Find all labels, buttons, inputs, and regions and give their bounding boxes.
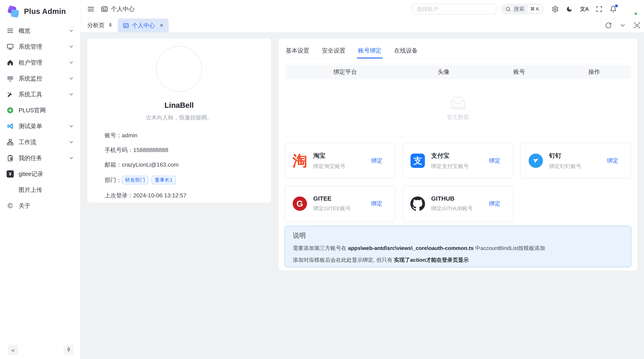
note-text: 添加对应模板后会在此处显示绑定, 但只有 <box>293 257 394 263</box>
profile-row-phone: 手机号码： 15888888888 <box>105 146 271 154</box>
sidebar-item-overview[interactable]: 概览 <box>3 23 78 38</box>
bind-link[interactable]: 绑定 <box>489 200 500 208</box>
maximize-view-icon[interactable] <box>630 18 644 32</box>
content-area: LinaBell 古木向人秋，惊蓬掠鬓稠。 账号： admin 手机号码： 15… <box>80 32 644 359</box>
bind-link[interactable]: 绑定 <box>489 157 500 165</box>
department-tag: 研发部门 <box>122 176 148 184</box>
monitor-icon <box>6 43 14 50</box>
global-search-button[interactable]: 搜索 ⌘ K <box>501 4 544 14</box>
profile-details: 账号： admin 手机号码： 15888888888 邮箱： crazyLio… <box>87 132 271 199</box>
sidebar-item-gitee-record[interactable]: ¥ gitee记录 <box>3 166 78 181</box>
sidebar-item-label: 系统监控 <box>18 74 42 83</box>
refresh-icon[interactable] <box>601 18 616 32</box>
pin-sidebar-button[interactable] <box>64 345 74 355</box>
tab-account-binding[interactable]: 账号绑定 <box>357 43 383 58</box>
binding-cards: 淘 淘宝 绑定淘宝账号 绑定 支 支付宝 绑定支付宝账号 绑定 <box>284 143 631 222</box>
dark-mode-moon-icon[interactable] <box>566 6 573 12</box>
search-label: 搜索 <box>514 5 524 13</box>
tools-icon <box>6 91 14 98</box>
app-title: Plus Admin <box>24 7 66 16</box>
notifications-bell-icon[interactable] <box>610 5 617 13</box>
clipboard-icon <box>6 154 14 162</box>
chevron-down-icon <box>68 44 74 49</box>
tab-security-settings[interactable]: 安全设置 <box>321 43 346 58</box>
logo-row[interactable]: Plus Admin <box>0 0 80 18</box>
breadcrumb-label: 个人中心 <box>111 5 134 13</box>
column-header-platform: 绑定平台 <box>284 68 406 76</box>
header: 个人中心 搜索 ⌘ K 文A <box>80 0 644 18</box>
profile-card: LinaBell 古木向人秋，惊蓬掠鬓稠。 账号： admin 手机号码： 15… <box>87 38 271 203</box>
settings-gear-icon[interactable] <box>552 5 559 13</box>
plus-circle-icon <box>6 107 14 114</box>
tab-bar: 分析页 个人中心 ✕ <box>80 18 644 32</box>
sidebar-item-label: gitee记录 <box>18 170 43 178</box>
tab-analysis-page[interactable]: 分析页 <box>80 18 118 32</box>
chevron-down-icon <box>68 124 74 129</box>
column-header-avatar: 头像 <box>406 68 482 76</box>
search-shortcut-badge: ⌘ K <box>527 5 542 13</box>
chevron-down-icon <box>68 76 74 81</box>
chevron-down-icon <box>68 92 74 97</box>
sidebar-item-plus-website[interactable]: PLUS官网 <box>3 103 78 118</box>
sidebar-item-test-menu[interactable]: 测试菜单 <box>3 119 78 134</box>
platform-desc: 绑定钉钉账号 <box>549 163 601 170</box>
note-path: apps\web-antd\src\views\_core\oauth-comm… <box>348 245 474 251</box>
sidebar-item-about[interactable]: © 关于 <box>3 198 78 213</box>
close-tab-icon[interactable]: ✕ <box>160 23 164 28</box>
tab-label: 分析页 <box>87 21 104 29</box>
chevron-down-icon[interactable] <box>616 18 630 32</box>
platform-name: GITHUB <box>431 195 483 202</box>
app-logo-icon <box>7 6 19 17</box>
sidebar-item-my-tasks[interactable]: 我的任务 <box>3 151 78 166</box>
empty-text: 暂无数据 <box>447 113 469 121</box>
tab-basic-settings[interactable]: 基本设置 <box>284 43 310 58</box>
language-translate-icon[interactable]: 文A <box>580 5 588 13</box>
profile-row-account: 账号： admin <box>105 132 271 139</box>
sidebar-item-label: 测试菜单 <box>18 122 42 130</box>
sidebar-item-workflow[interactable]: 工作流 <box>3 135 78 150</box>
platform-name: 支付宝 <box>431 152 483 160</box>
platform-desc: 绑定GITHUB账号 <box>431 205 483 212</box>
bind-link[interactable]: 绑定 <box>371 157 382 165</box>
sidebar-item-label: 图片上传 <box>18 186 42 194</box>
online-status-dot <box>634 12 638 15</box>
tab-profile-center[interactable]: 个人中心 ✕ <box>118 18 169 32</box>
note-emphasis: 实现了action才能在登录页显示 <box>394 257 469 263</box>
field-value: 2024-10-06 13:12:57 <box>133 192 186 199</box>
user-avatar[interactable] <box>624 2 638 16</box>
sidebar-menu: 概览 系统管理 租户管理 系统监控 <box>0 18 80 213</box>
sidebar-item-tenant-management[interactable]: 租户管理 <box>3 55 78 70</box>
sidebar-item-system-monitor[interactable]: 系统监控 <box>3 71 78 86</box>
department-tag: 董事长1 <box>152 176 176 184</box>
tab-label: 个人中心 <box>132 22 155 29</box>
profile-avatar <box>157 47 202 91</box>
sidebar-item-label: 工作流 <box>18 138 36 146</box>
notification-badge <box>615 4 618 7</box>
collapse-sidebar-button[interactable]: « <box>8 345 18 355</box>
platform-name: 淘宝 <box>313 152 365 160</box>
pin-icon[interactable] <box>108 23 113 28</box>
github-icon <box>410 196 426 211</box>
fullscreen-icon[interactable] <box>596 6 602 12</box>
chevron-down-icon <box>68 155 74 161</box>
profile-row-email: 邮箱： crazyLionLi@163.com <box>105 161 271 168</box>
hamburger-menu-icon[interactable] <box>87 5 95 13</box>
bind-link[interactable]: 绑定 <box>371 200 382 208</box>
binding-card-alipay: 支 支付宝 绑定支付宝账号 绑定 <box>402 143 513 179</box>
sidebar-item-image-upload[interactable]: 图片上传 <box>3 182 78 197</box>
panel-tabs: 基本设置 安全设置 账号绑定 在线设备 <box>284 43 631 58</box>
sidebar-item-label: 我的任务 <box>18 154 42 162</box>
tab-online-devices[interactable]: 在线设备 <box>393 43 419 58</box>
profile-motto: 古木向人秋，惊蓬掠鬓稠。 <box>87 114 271 121</box>
tenant-select-input[interactable] <box>412 4 496 14</box>
field-label: 上次登录： <box>105 192 133 199</box>
sidebar-item-system-management[interactable]: 系统管理 <box>3 39 78 54</box>
empty-inbox-icon <box>447 94 469 112</box>
binding-card-github: GITHUB 绑定GITHUB账号 绑定 <box>402 186 513 222</box>
sidebar-item-system-tools[interactable]: 系统工具 <box>3 87 78 102</box>
sitemap-icon <box>6 138 14 146</box>
bind-link[interactable]: 绑定 <box>607 157 618 165</box>
chevron-down-icon <box>68 28 74 33</box>
tab-controls <box>601 18 644 32</box>
sidebar-item-label: 系统管理 <box>18 43 42 51</box>
